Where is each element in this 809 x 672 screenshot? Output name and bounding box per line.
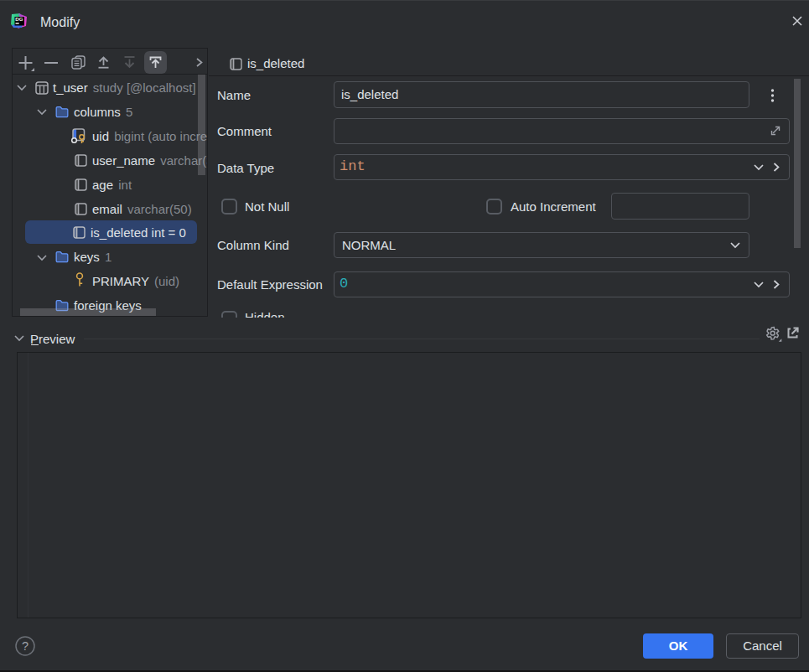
svg-text:DG: DG — [15, 16, 23, 22]
svg-text:?: ? — [22, 639, 29, 653]
